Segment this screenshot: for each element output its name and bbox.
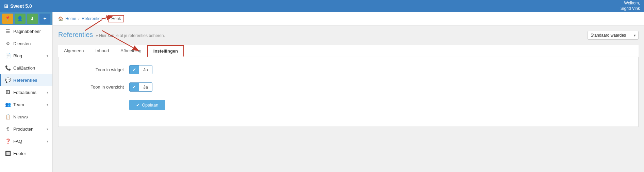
blog-icon: 📄 <box>5 53 11 58</box>
footer-icon: 🔲 <box>5 151 11 156</box>
sidebar-item-diensten[interactable]: ⚙ Diensten <box>0 37 52 50</box>
producten-icon: € <box>5 126 11 132</box>
tab-algemeen[interactable]: Algemeen <box>58 45 90 57</box>
content-area: 🏠 Home › Referenties › Henk Referenties … <box>53 12 644 172</box>
page-header: Referenties » Hier kun je al je referent… <box>58 31 639 40</box>
tab-content-instellingen: Toon in widget ✔ Ja Toon in overzicht ✔ … <box>58 57 639 127</box>
sidebar-item-faq[interactable]: ❓ FAQ ▾ <box>0 135 52 147</box>
toon-overzicht-label: Toon in overzicht <box>69 84 124 90</box>
paginabeheer-icon: ☰ <box>5 28 11 34</box>
standard-values-dropdown-wrapper[interactable]: Standaard waardes <box>588 31 639 40</box>
breadcrumb-home[interactable]: Home <box>65 16 76 21</box>
fotoalbums-icon: 🖼 <box>5 90 11 95</box>
user-icon-btn[interactable]: 👤 <box>15 14 26 24</box>
top-bar: ⊞ Sweet 5.0 Welkom, Sigrid Vink <box>0 0 644 12</box>
page-title-row: Referenties » Hier kun je al je referent… <box>58 31 165 39</box>
producten-chevron: ▾ <box>47 127 48 131</box>
share-icon-btn[interactable]: ✦ <box>39 14 51 24</box>
diensten-icon: ⚙ <box>5 41 11 46</box>
fotoalbums-chevron: ▾ <box>47 91 48 94</box>
save-button[interactable]: ✔ Opslaan <box>129 100 165 110</box>
save-icon: ✔ <box>136 102 140 108</box>
breadcrumb-sep2: › <box>104 16 106 21</box>
breadcrumb: 🏠 Home › Referenties › Henk <box>53 12 644 25</box>
sidebar-label-call2action: Call2action <box>13 65 35 71</box>
sidebar-item-team[interactable]: 👥 Team ▾ <box>0 98 52 111</box>
form-row-toon-widget: Toon in widget ✔ Ja <box>69 65 627 74</box>
welcome-line2: Sigrid Vink <box>621 6 640 11</box>
sidebar-label-team: Team <box>13 102 24 107</box>
standard-values-dropdown[interactable]: Standaard waardes <box>588 31 639 40</box>
toon-widget-check: ✔ <box>130 65 139 74</box>
toon-widget-value: Ja <box>139 65 152 74</box>
sidebar-item-referenties[interactable]: 💬 Referenties <box>0 74 52 86</box>
toon-overzicht-check: ✔ <box>130 83 139 91</box>
grid-icon: ⊞ <box>4 3 8 9</box>
sidebar: 📍 👤 ⬇ ✦ ☰ Paginabeheer ⚙ Diensten 📄 Blog… <box>0 12 53 172</box>
location-icon-btn[interactable]: 📍 <box>2 14 13 24</box>
sidebar-label-nieuws: Nieuws <box>13 114 28 119</box>
form-row-save: ✔ Opslaan <box>69 100 627 110</box>
referenties-icon: 💬 <box>5 77 11 83</box>
blog-chevron: ▾ <box>47 54 48 58</box>
welcome-text: Welkom, Sigrid Vink <box>621 1 640 11</box>
save-label: Opslaan <box>142 102 158 108</box>
icon-toolbar: 📍 👤 ⬇ ✦ <box>0 12 52 25</box>
welcome-line1: Welkom, <box>624 1 640 5</box>
faq-icon: ❓ <box>5 138 11 144</box>
toon-overzicht-toggle[interactable]: ✔ Ja <box>129 82 152 92</box>
toon-widget-label: Toon in widget <box>69 67 124 72</box>
nieuws-icon: 📋 <box>5 114 11 119</box>
toon-overzicht-value: Ja <box>139 83 152 91</box>
page-subtitle: » Hier kun je al je referenties beheren. <box>96 33 165 38</box>
sidebar-label-referenties: Referenties <box>13 78 37 83</box>
sidebar-label-blog: Blog <box>13 53 22 58</box>
tab-afbeelding[interactable]: Afbeelding <box>115 45 147 57</box>
sidebar-item-nieuws[interactable]: 📋 Nieuws <box>0 111 52 123</box>
team-chevron: ▾ <box>47 103 48 107</box>
form-row-toon-overzicht: Toon in overzicht ✔ Ja <box>69 82 627 92</box>
home-icon: 🏠 <box>58 16 63 21</box>
breadcrumb-sep1: › <box>78 16 80 21</box>
sidebar-item-call2action[interactable]: 📞 Call2action <box>0 62 52 74</box>
app-title-text: Sweet 5.0 <box>10 3 32 9</box>
sidebar-item-blog[interactable]: 📄 Blog ▾ <box>0 50 52 62</box>
toon-widget-toggle[interactable]: ✔ Ja <box>129 65 152 74</box>
breadcrumb-current: Henk <box>111 16 121 21</box>
app-title: ⊞ Sweet 5.0 <box>4 3 32 9</box>
download-icon-btn[interactable]: ⬇ <box>27 14 38 24</box>
main-layout: 📍 👤 ⬇ ✦ ☰ Paginabeheer ⚙ Diensten 📄 Blog… <box>0 12 644 172</box>
sidebar-item-footer[interactable]: 🔲 Footer <box>0 147 52 159</box>
sidebar-label-diensten: Diensten <box>13 41 31 46</box>
sidebar-label-producten: Producten <box>13 127 33 132</box>
page-title: Referenties <box>58 31 93 39</box>
sidebar-label-fotoalbums: Fotoalbums <box>13 90 36 95</box>
tabs: Algemeen Inhoud Afbeelding Instellingen <box>58 45 639 57</box>
team-icon: 👥 <box>5 102 11 107</box>
sidebar-label-faq: FAQ <box>13 139 22 144</box>
tab-instellingen[interactable]: Instellingen <box>147 45 184 57</box>
sidebar-label-paginabeheer: Paginabeheer <box>13 29 41 34</box>
sidebar-item-fotoalbums[interactable]: 🖼 Fotoalbums ▾ <box>0 86 52 98</box>
sidebar-item-producten[interactable]: € Producten ▾ <box>0 123 52 135</box>
page-content: Referenties » Hier kun je al je referent… <box>53 25 644 172</box>
breadcrumb-parent[interactable]: Referenties <box>82 16 102 21</box>
sidebar-item-paginabeheer[interactable]: ☰ Paginabeheer <box>0 25 52 37</box>
tab-inhoud[interactable]: Inhoud <box>90 45 115 57</box>
faq-chevron: ▾ <box>47 139 48 143</box>
sidebar-label-footer: Footer <box>13 151 26 156</box>
call2action-icon: 📞 <box>5 65 11 71</box>
